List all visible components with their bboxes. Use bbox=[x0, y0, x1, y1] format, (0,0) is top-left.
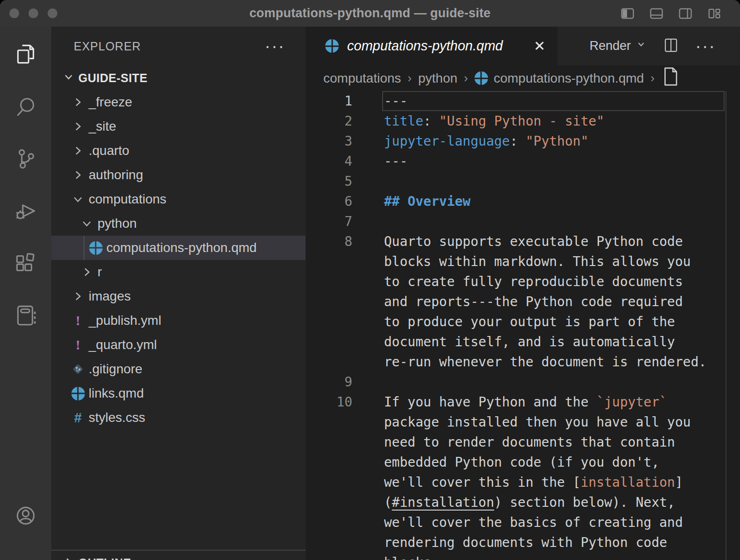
customize-layout-icon[interactable] bbox=[706, 6, 722, 21]
activity-item-run-debug[interactable] bbox=[12, 197, 39, 224]
account-icon bbox=[12, 502, 39, 529]
code-line-wrap: need to render documents that contain bbox=[306, 432, 740, 452]
code-line-wrap: re-run whenever the document is rendered… bbox=[306, 352, 740, 372]
editor-actions: Render ··· bbox=[558, 27, 740, 65]
tree-item-label: python bbox=[98, 216, 137, 231]
activity-item-explorer[interactable] bbox=[12, 41, 39, 68]
activity-item-search[interactable] bbox=[12, 93, 39, 120]
breadcrumb-separator: › bbox=[650, 71, 655, 85]
file-tree: _freeze_site.quartoauthoringcomputations… bbox=[51, 90, 306, 430]
toggle-sidebar-icon[interactable] bbox=[620, 6, 635, 21]
breadcrumb-symbol-icon bbox=[661, 66, 680, 90]
tree-file--gitignore[interactable]: .gitignore bbox=[51, 357, 306, 381]
tree-item-label: r bbox=[98, 265, 102, 280]
toggle-secondary-sidebar-icon[interactable] bbox=[677, 6, 693, 21]
code-line-wrap: package installed then you have all you bbox=[306, 412, 740, 432]
more-actions-icon[interactable]: ··· bbox=[695, 44, 716, 49]
views-and-more-actions-icon[interactable]: ··· bbox=[265, 44, 285, 49]
tree-item-label: computations bbox=[89, 192, 167, 207]
breadcrumb-label: computations-python.qmd bbox=[494, 71, 644, 86]
render-label: Render bbox=[589, 39, 631, 53]
indent-guide bbox=[84, 236, 84, 260]
code-line-wrap: blocks. bbox=[306, 553, 740, 560]
outline-title: OUTLINE bbox=[78, 556, 131, 560]
code-line-wrap: and reports---the Python code required bbox=[306, 292, 740, 312]
quarto-file-icon bbox=[475, 71, 488, 85]
css-file-icon: # bbox=[74, 410, 82, 426]
explorer-icon bbox=[12, 41, 39, 68]
code-line-wrap: rendering documents with Python code bbox=[306, 532, 740, 553]
code-line-wrap: to create fully reproducible documents bbox=[306, 272, 740, 292]
tree-item-label: .quarto bbox=[89, 143, 129, 158]
code-line-wrap: blocks within markdown. This allows you bbox=[306, 252, 740, 272]
render-button[interactable]: Render bbox=[589, 39, 647, 53]
tree-item-label: _site bbox=[89, 119, 116, 134]
close-tab-icon[interactable]: ✕ bbox=[534, 39, 545, 53]
line-number: 5 bbox=[306, 171, 352, 191]
tree-folder-computations[interactable]: computations bbox=[51, 187, 306, 211]
explorer-sidebar: EXPLORER ··· GUIDE-SITE _freeze_site.qua… bbox=[51, 27, 306, 560]
tree-folder--freeze[interactable]: _freeze bbox=[51, 90, 306, 114]
split-editor-icon[interactable] bbox=[663, 37, 679, 56]
tree-item-label: .gitignore bbox=[89, 362, 142, 377]
tree-item-label: computations-python.qmd bbox=[106, 240, 257, 255]
line-number: 1 bbox=[306, 91, 352, 111]
code-line-wrap: document itself, and is automatically bbox=[306, 332, 740, 352]
activity-item-extensions[interactable] bbox=[12, 250, 39, 277]
tree-folder--site[interactable]: _site bbox=[51, 114, 306, 139]
line-number: 2 bbox=[306, 111, 352, 131]
chevron-down-icon bbox=[62, 70, 76, 86]
code-editor[interactable]: 1---2title: "Using Python - site"3jupyte… bbox=[306, 91, 740, 560]
code-line-wrap: (#installation) section below). Next, bbox=[306, 492, 740, 512]
tab-bar: computations-python.qmd ✕ Render ··· bbox=[306, 27, 740, 65]
search-icon bbox=[12, 93, 39, 120]
tree-file--quarto-yml[interactable]: !_quarto.yml bbox=[51, 333, 306, 357]
chevron-right-icon bbox=[71, 95, 85, 109]
breadcrumb-item[interactable]: python bbox=[418, 71, 457, 86]
line-number: 10 bbox=[306, 392, 352, 412]
line-number: 7 bbox=[306, 211, 352, 231]
breadcrumb-label: python bbox=[418, 71, 457, 86]
code-line-wrap: we'll cover the basics of creating and bbox=[306, 512, 740, 532]
tree-folder--quarto[interactable]: .quarto bbox=[51, 139, 306, 163]
breadcrumbs: computations›python›computations-python.… bbox=[306, 65, 740, 91]
tree-folder-authoring[interactable]: authoring bbox=[51, 163, 306, 187]
breadcrumb-item[interactable]: computations-python.qmd bbox=[475, 71, 644, 86]
chevron-down-icon bbox=[635, 39, 647, 53]
workspace-name: GUIDE-SITE bbox=[78, 71, 147, 85]
code-line-1: 1--- bbox=[306, 91, 740, 111]
tree-file-styles-css[interactable]: #styles.css bbox=[51, 406, 306, 430]
breadcrumb-separator: › bbox=[408, 71, 412, 85]
activity-item-source-control[interactable] bbox=[12, 145, 39, 172]
notebook-book-icon bbox=[12, 302, 39, 329]
chevron-right-icon bbox=[71, 289, 85, 303]
activity-item-notebook-book[interactable] bbox=[12, 302, 39, 329]
line-number: 8 bbox=[306, 231, 352, 252]
code-line-2: 2title: "Using Python - site" bbox=[306, 111, 740, 131]
titlebar: computations-python.qmd — guide-site bbox=[0, 0, 740, 27]
tree-item-label: _quarto.yml bbox=[89, 337, 157, 352]
tree-folder-python[interactable]: python bbox=[51, 211, 306, 236]
line-number: 4 bbox=[306, 151, 352, 171]
tree-file-links-qmd[interactable]: links.qmd bbox=[51, 381, 306, 406]
tree-item-label: images bbox=[89, 289, 131, 304]
tab-title: computations-python.qmd bbox=[347, 38, 503, 54]
code-line-5: 5 bbox=[306, 171, 740, 191]
quarto-file-icon bbox=[71, 387, 85, 400]
activity-bar bbox=[0, 27, 51, 560]
tree-item-label: authoring bbox=[89, 168, 143, 182]
chevron-right-icon bbox=[71, 119, 85, 133]
toggle-panel-icon[interactable] bbox=[649, 6, 664, 21]
activity-item-account[interactable] bbox=[12, 502, 39, 529]
tree-folder-r[interactable]: r bbox=[51, 260, 306, 284]
breadcrumb-item[interactable]: computations bbox=[323, 71, 401, 86]
outline-section[interactable]: OUTLINE bbox=[51, 550, 306, 560]
scrollbar-rule bbox=[726, 91, 726, 560]
tree-folder-images[interactable]: images bbox=[51, 284, 306, 308]
tab-computations-python[interactable]: computations-python.qmd ✕ bbox=[306, 27, 558, 65]
tree-file--publish-yml[interactable]: !_publish.yml bbox=[51, 308, 306, 333]
code-line-4: 4--- bbox=[306, 151, 740, 171]
code-line-8: 8Quarto supports executable Python code bbox=[306, 231, 740, 252]
workspace-section-header[interactable]: GUIDE-SITE bbox=[51, 66, 306, 90]
tree-file-computations-python-qmd[interactable]: computations-python.qmd bbox=[51, 236, 306, 260]
